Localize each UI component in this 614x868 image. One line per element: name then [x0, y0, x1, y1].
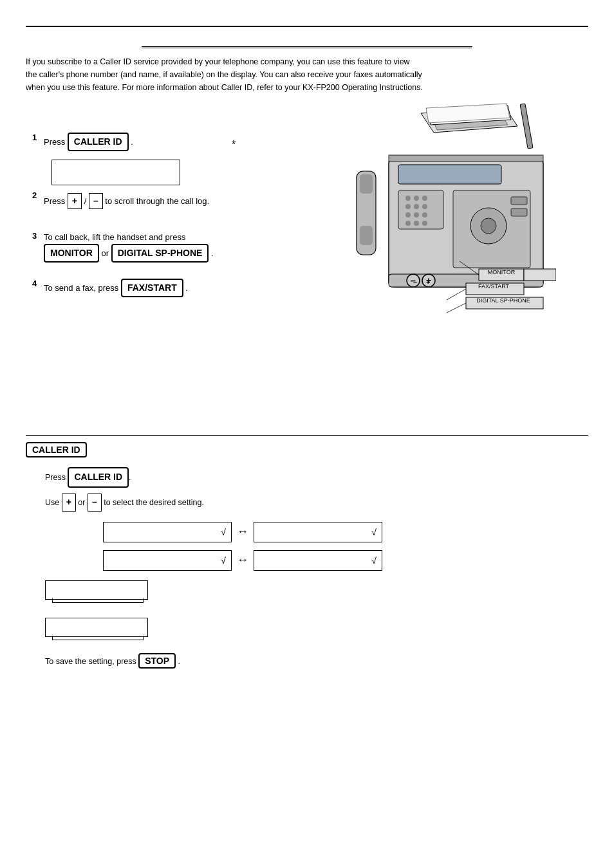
- svg-point-6: [405, 196, 411, 201]
- step-3-or: or: [101, 248, 111, 258]
- toggle-arrow-2: ↔: [237, 553, 248, 567]
- toggle-box-left-1: √: [103, 522, 232, 542]
- fax-box2-label: DIGITAL SP-PHONE: [465, 297, 542, 304]
- caller-id-button-1[interactable]: CALLER ID: [68, 133, 129, 151]
- svg-point-16: [414, 221, 419, 226]
- intro-text: If you subscribe to a Caller ID service …: [26, 49, 588, 94]
- svg-rect-22: [511, 208, 527, 216]
- step-4: 4 To send a fax, press FAX/START .: [32, 279, 318, 300]
- fax-box3-label: FAX/START: [465, 283, 523, 290]
- svg-point-13: [414, 212, 419, 217]
- section-lower: CALLER ID Press CALLER ID. Use + or – to…: [26, 442, 588, 672]
- caller-id-button-3[interactable]: CALLER ID: [68, 467, 129, 488]
- step-1-press: Press: [44, 137, 68, 147]
- toggle-box-right-2: √: [254, 550, 382, 571]
- lower-text-1: Press CALLER ID.: [45, 467, 588, 491]
- fax-minus-label: –: [413, 278, 417, 286]
- section-upper: * 1 Press CALLER ID . 2 Press + /: [26, 94, 588, 429]
- stop-button[interactable]: STOP: [138, 653, 176, 669]
- lower-text-2: Use + or – to select the desired setting…: [45, 491, 588, 514]
- asterisk-note: *: [232, 139, 236, 151]
- step-1-num: 1: [32, 133, 44, 142]
- step-3-text: To call back, lift the handset and press: [44, 232, 185, 242]
- svg-rect-35: [520, 104, 533, 149]
- svg-point-10: [414, 204, 419, 209]
- step-3-period: .: [211, 248, 214, 258]
- step-2-or: /: [84, 196, 89, 206]
- svg-rect-21: [511, 197, 527, 205]
- svg-line-34: [447, 303, 466, 313]
- toggle-arrow-1: ↔: [237, 525, 248, 539]
- toggle-row-2: √ ↔ √: [103, 550, 588, 571]
- fax-start-button[interactable]: FAX/START: [121, 279, 183, 297]
- check-left-1: √: [221, 527, 226, 537]
- intro-line3: when you use this feature. For more info…: [26, 81, 588, 94]
- check-right-2: √: [371, 555, 377, 566]
- monitor-button[interactable]: MONITOR: [44, 244, 99, 263]
- intro-line1: If you subscribe to a Caller ID service …: [26, 55, 588, 68]
- digital-sp-phone-button[interactable]: DIGITAL SP-PHONE: [111, 244, 209, 263]
- svg-rect-5: [398, 190, 443, 229]
- step-3-num: 3: [32, 231, 44, 241]
- fax-plus-label: +: [426, 278, 430, 286]
- svg-point-20: [481, 218, 496, 234]
- svg-point-17: [422, 221, 427, 226]
- step-4-num: 4: [32, 279, 44, 288]
- step-1: 1 Press CALLER ID .: [32, 133, 318, 154]
- section-divider: [26, 435, 588, 436]
- toggle-row-1: √ ↔ √: [103, 522, 588, 542]
- svg-point-15: [405, 221, 411, 226]
- svg-point-12: [405, 212, 411, 217]
- svg-point-14: [422, 212, 427, 217]
- svg-point-11: [422, 204, 427, 209]
- minus-button[interactable]: –: [89, 193, 103, 209]
- svg-point-7: [414, 196, 419, 201]
- caller-id-button-2[interactable]: CALLER ID: [26, 442, 87, 457]
- step-3-content: To call back, lift the handset and press…: [44, 231, 214, 266]
- save-text-content: To save the setting, press: [45, 657, 138, 666]
- save-text: To save the setting, press STOP .: [45, 653, 588, 672]
- step-2-press: Press: [44, 196, 68, 206]
- step-2-num: 2: [32, 190, 44, 200]
- svg-point-9: [405, 204, 411, 209]
- right-column: – +: [318, 100, 588, 429]
- step-4-text: To send a fax, press: [44, 283, 121, 293]
- svg-rect-4: [398, 165, 501, 184]
- step-1-content: Press CALLER ID .: [44, 133, 133, 154]
- step-4-content: To send a fax, press FAX/START .: [44, 279, 188, 300]
- intro-line2: the caller's phone number (and name, if …: [26, 68, 588, 81]
- svg-rect-2: [360, 226, 373, 245]
- display-samples: [45, 580, 588, 637]
- svg-line-33: [447, 289, 466, 300]
- step-1-period: .: [131, 137, 133, 147]
- svg-point-8: [422, 196, 427, 201]
- step-2-content: Press + / – to scroll through the call l…: [44, 190, 209, 212]
- left-column: * 1 Press CALLER ID . 2 Press + /: [26, 100, 318, 429]
- sample-box-2: [45, 618, 148, 637]
- toggle-box-left-2: √: [103, 550, 232, 571]
- svg-rect-1: [360, 174, 373, 194]
- plus-button-2[interactable]: +: [62, 494, 76, 512]
- step-2-scroll: to scroll through the call log.: [105, 196, 209, 206]
- check-right-1: √: [371, 527, 377, 537]
- sample-box-1: [45, 580, 148, 600]
- step-3: 3 To call back, lift the handset and pre…: [32, 231, 318, 266]
- check-left-2: √: [221, 555, 226, 566]
- svg-rect-36: [389, 155, 543, 162]
- section2-caller-id: CALLER ID: [26, 442, 588, 461]
- fax-illustration: – +: [318, 100, 556, 332]
- step-2: 2 Press + / – to scroll through the call…: [32, 190, 318, 212]
- lower-instructions: Press CALLER ID. Use + or – to select th…: [45, 467, 588, 514]
- toggle-box-right-1: √: [254, 522, 382, 542]
- minus-button-2[interactable]: –: [88, 494, 102, 512]
- save-period: .: [178, 657, 180, 666]
- step-4-period: .: [185, 283, 188, 293]
- svg-rect-29: [524, 269, 556, 281]
- top-rule: [26, 26, 588, 27]
- fax-box1-label: MONITOR: [479, 269, 524, 275]
- display-box-1: [51, 160, 180, 185]
- plus-button[interactable]: +: [68, 193, 82, 209]
- page: If you subscribe to a Caller ID service …: [0, 26, 614, 868]
